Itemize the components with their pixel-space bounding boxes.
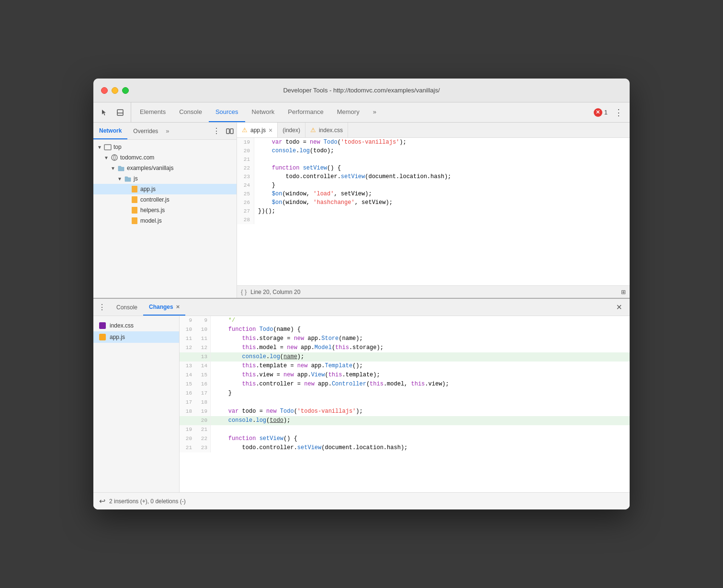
status-bar: { } Line 20, Column 20 ⊞: [237, 285, 630, 298]
diff-line-14: 20 22 function setView() {: [180, 434, 630, 443]
code-line-20: 20 console.log(todo);: [237, 147, 630, 155]
code-line-21: 21: [237, 155, 630, 164]
code-editor[interactable]: 19 var todo = new Todo('todos-vanillajs'…: [237, 138, 630, 285]
bottom-tab-changes[interactable]: Changes ×: [143, 299, 185, 316]
diff-line-9: 16 17 }: [180, 389, 630, 398]
title-bar: Developer Tools - http://todomvc.com/exa…: [93, 79, 630, 102]
top-pane: Network Overrides » ⋮ ▼: [93, 123, 630, 299]
tree-item-controllerjs[interactable]: controller.js: [93, 194, 237, 205]
error-badge[interactable]: ✕ 1: [594, 108, 608, 117]
diff-line-11: 18 19 var todo = new Todo('todos-vanilla…: [180, 407, 630, 416]
devtools-window: Developer Tools - http://todomvc.com/exa…: [93, 79, 630, 509]
diff-line-6: 13 14 this.template = new app.Template()…: [180, 362, 630, 371]
file-tree: ▼ top ▼ todomvc.com ▼ examples/vani: [93, 140, 237, 298]
bottom-pane: ⋮ Console Changes × × index.css: [93, 299, 630, 509]
diff-line-4: 12 12 this.model = new app.Model(this.st…: [180, 343, 630, 352]
bottom-close-button[interactable]: ×: [612, 301, 626, 314]
svg-rect-3: [230, 129, 233, 134]
code-line-23: 23 todo.controller.setView(document.loca…: [237, 172, 630, 181]
tree-item-todomvccom[interactable]: ▼ todomvc.com: [93, 152, 237, 163]
diff-line-12-added: 20 console.log(todo);: [180, 416, 630, 425]
editor-area: ⚠ app.js × (index) ⚠ index.css: [237, 123, 630, 298]
code-line-27: 27 })();: [237, 207, 630, 215]
sidebar-split-button[interactable]: [223, 124, 237, 138]
minimize-button[interactable]: [112, 87, 118, 94]
tab-warning-icon: ⚠: [242, 126, 248, 134]
svg-rect-8: [132, 207, 137, 214]
svg-rect-4: [104, 145, 111, 150]
diff-line-10: 17 18: [180, 398, 630, 407]
diff-line-1: 9 9 */: [180, 316, 630, 325]
tab-network[interactable]: Network: [245, 102, 282, 122]
toolbar-right: ✕ 1 ⋮: [594, 102, 626, 122]
changes-file-list: index.css app.js: [93, 316, 180, 492]
traffic-lights: [101, 87, 129, 94]
svg-rect-2: [226, 129, 229, 134]
css-file-icon: [99, 322, 106, 329]
cursor-icon[interactable]: [97, 106, 111, 119]
editor-tab-label: app.js: [250, 127, 266, 134]
diff-line-13: 19 21: [180, 425, 630, 434]
dock-icon[interactable]: [113, 106, 127, 119]
svg-rect-0: [117, 110, 123, 115]
error-icon: ✕: [594, 108, 602, 117]
error-count: 1: [604, 109, 608, 116]
diff-line-8: 15 16 this.controller = new app.Controll…: [180, 380, 630, 389]
expand-icon[interactable]: ⊞: [621, 289, 626, 295]
diff-line-5-added: 13 console.log(name);: [180, 352, 630, 362]
maximize-button[interactable]: [122, 87, 129, 94]
svg-rect-7: [132, 196, 137, 203]
tree-item-examples[interactable]: ▼ examples/vanillajs: [93, 163, 237, 173]
diff-line-2: 10 10 function Todo(name) {: [180, 325, 630, 334]
tree-item-helpersjs[interactable]: helpers.js: [93, 205, 237, 215]
diff-line-15: 21 23 todo.controller.setView(document.l…: [180, 443, 630, 452]
diff-summary: 2 insertions (+), 0 deletions (-): [109, 498, 186, 505]
sidebar-tab-network[interactable]: Network: [93, 123, 127, 139]
tab-memory[interactable]: Memory: [330, 102, 366, 122]
tab-console[interactable]: Console: [172, 102, 209, 122]
sidebar-toolbar: Network Overrides » ⋮: [93, 123, 237, 140]
diff-line-3: 11 11 this.storage = new app.Store(name)…: [180, 334, 630, 343]
format-icon[interactable]: { }: [241, 288, 247, 295]
diff-editor[interactable]: 9 9 */ 10 10 function Todo(name) {: [180, 316, 630, 492]
content-area: Network Overrides » ⋮ ▼: [93, 123, 630, 509]
sidebar-action-button[interactable]: ⋮: [210, 124, 223, 138]
close-button[interactable]: [101, 87, 108, 94]
svg-rect-9: [132, 217, 137, 224]
code-line-24: 24 }: [237, 181, 630, 190]
tab-sources[interactable]: Sources: [209, 102, 245, 122]
main-toolbar: Elements Console Sources Network Perform…: [93, 102, 630, 123]
js-file-icon: [99, 334, 106, 340]
more-menu-button[interactable]: ⋮: [611, 107, 626, 118]
tab-elements[interactable]: Elements: [133, 102, 172, 122]
svg-rect-6: [132, 186, 137, 192]
editor-tab-indexcss[interactable]: ⚠ index.css: [305, 123, 348, 137]
bottom-menu-button[interactable]: ⋮: [95, 301, 109, 314]
file-item-appjs[interactable]: app.js: [93, 331, 179, 343]
diff-footer: ↩ 2 insertions (+), 0 deletions (-): [93, 492, 630, 509]
editor-tab-appjs[interactable]: ⚠ app.js ×: [237, 123, 278, 137]
window-title: Developer Tools - http://todomvc.com/exa…: [101, 87, 622, 94]
bottom-tab-console[interactable]: Console: [111, 299, 143, 316]
svg-point-5: [112, 155, 117, 160]
sidebar-tab-overrides[interactable]: Overrides: [127, 123, 164, 139]
changes-tab-close[interactable]: ×: [176, 303, 180, 310]
undo-icon[interactable]: ↩: [99, 497, 105, 506]
file-item-indexcss[interactable]: index.css: [93, 320, 179, 331]
diff-line-7: 14 15 this.view = new app.View(this.temp…: [180, 371, 630, 380]
sidebar: Network Overrides » ⋮ ▼: [93, 123, 237, 298]
editor-tabs: ⚠ app.js × (index) ⚠ index.css: [237, 123, 630, 138]
tree-item-top[interactable]: ▼ top: [93, 142, 237, 152]
tree-item-modeljs[interactable]: model.js: [93, 215, 237, 226]
tree-item-appjs[interactable]: app.js: [93, 184, 237, 194]
editor-tab-index-label: (index): [282, 127, 300, 134]
editor-tab-css-label: index.css: [319, 127, 343, 134]
sidebar-tab-more[interactable]: »: [164, 127, 171, 135]
editor-tab-index[interactable]: (index): [278, 123, 305, 137]
tab-close-button[interactable]: ×: [269, 126, 272, 134]
toolbar-icons: [97, 102, 131, 122]
tree-item-js[interactable]: ▼ js: [93, 173, 237, 184]
code-line-22: 22 function setView() {: [237, 164, 630, 172]
tab-performance[interactable]: Performance: [281, 102, 330, 122]
tab-more[interactable]: »: [366, 102, 383, 122]
